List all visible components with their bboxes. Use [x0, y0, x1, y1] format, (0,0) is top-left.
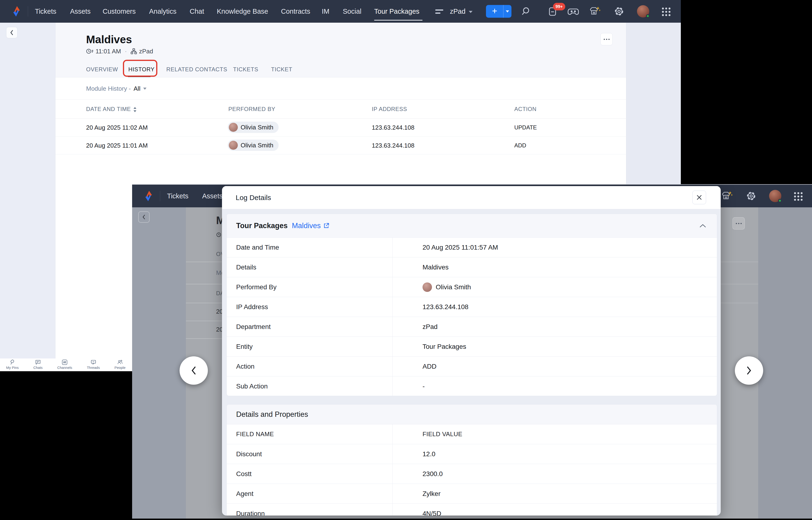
- cell-ip: 123.63.244.108: [372, 136, 415, 154]
- nav-item-assets[interactable]: Assets: [70, 0, 91, 23]
- dimmed-right-panel: [758, 207, 812, 519]
- close-icon: [696, 194, 702, 201]
- plus-icon[interactable]: +: [486, 5, 503, 18]
- col-action: ACTION: [514, 100, 536, 119]
- chat-icon: [35, 359, 41, 365]
- dimmed-divider: [721, 284, 758, 284]
- dimmed-title-fragment: M: [216, 214, 222, 227]
- tab-overview[interactable]: OVERVIEW: [86, 64, 118, 75]
- module-name: Tour Packages: [236, 222, 287, 230]
- cell-action: UPDATE: [514, 119, 537, 136]
- dock-item-chats[interactable]: Chats: [33, 359, 43, 371]
- nav-item-social[interactable]: Social: [343, 0, 361, 23]
- cell-ip: 123.63.244.108: [372, 119, 415, 136]
- modal-close-button[interactable]: [692, 190, 706, 204]
- collapse-section-button[interactable]: [699, 214, 706, 237]
- settings-gear-icon[interactable]: [746, 190, 757, 202]
- log-summary-card: Tour Packages Maldives Date and Time20 A…: [226, 214, 717, 396]
- dock-item-my-pins[interactable]: My Pins: [6, 359, 19, 371]
- nav-item-tickets[interactable]: Tickets: [35, 0, 56, 23]
- app-grid-icon[interactable]: [661, 6, 672, 18]
- col-field-name: FIELD NAME: [227, 424, 393, 444]
- detail-row: IP Address123.63.244.108: [227, 297, 717, 317]
- dimmed-divider: [721, 262, 758, 262]
- avatar: [229, 141, 238, 150]
- user-pill[interactable]: Olivia Smith: [228, 139, 279, 151]
- field-row: Durationn4N/5D: [227, 504, 717, 516]
- department-dropdown[interactable]: zPad: [450, 0, 473, 23]
- nav-item-assets: Assets: [202, 185, 223, 207]
- cell-date: 20 Aug 2025 11:02 AM: [86, 119, 148, 136]
- cell-user: Olivia Smith: [228, 136, 279, 154]
- zoho-desk-logo-icon[interactable]: [10, 5, 23, 18]
- top-navigation-bar: Tickets Assets Customers Analytics Chat …: [0, 0, 681, 23]
- games-icon[interactable]: [568, 6, 579, 17]
- nav-item-contracts[interactable]: Contracts: [281, 0, 310, 23]
- card-header: Tour Packages Maldives: [227, 214, 717, 238]
- settings-gear-icon[interactable]: [613, 6, 625, 17]
- user-avatar[interactable]: [637, 5, 649, 18]
- notifications-icon[interactable]: 99+: [547, 6, 558, 17]
- search-icon[interactable]: [520, 6, 531, 17]
- chevron-right-icon: [746, 366, 752, 375]
- dock-item-threads[interactable]: Threads: [87, 359, 100, 371]
- tab-tickets[interactable]: TICKETS: [233, 64, 258, 75]
- chevron-left-icon: [191, 366, 197, 375]
- nav-item-im[interactable]: IM: [322, 0, 329, 23]
- thread-icon: [91, 359, 96, 365]
- active-tab-underline: [128, 76, 150, 77]
- module-history-dropdown[interactable]: Module History - All: [86, 77, 146, 100]
- col-date-and-time[interactable]: DATE AND TIME: [86, 100, 137, 119]
- tab-ticket[interactable]: TICKET: [271, 64, 292, 75]
- sort-icon[interactable]: [133, 107, 137, 112]
- nav-item-tour-packages[interactable]: Tour Packages: [374, 0, 419, 23]
- table-row[interactable]: 20 Aug 2025 11:02 AM Olivia Smith 123.63…: [55, 119, 626, 136]
- left-sidebar-collapsed: [0, 23, 55, 359]
- nav-item-knowledge-base[interactable]: Knowledge Base: [217, 0, 268, 23]
- chevron-up-icon: [699, 224, 706, 228]
- quick-create-dropdown[interactable]: [503, 5, 511, 18]
- pin-icon: [10, 359, 15, 365]
- modal-title: Log Details: [236, 186, 271, 209]
- dimmed-divider: [186, 262, 222, 262]
- dimmed-divider: [186, 284, 222, 284]
- dimmed-module-fragment: Mo: [216, 269, 222, 277]
- carousel-next-button[interactable]: [735, 356, 763, 385]
- quick-create-button[interactable]: +: [486, 5, 511, 18]
- online-status-dot: [646, 14, 650, 18]
- user-pill[interactable]: Olivia Smith: [228, 122, 279, 133]
- sidebar-collapse-button[interactable]: [6, 27, 18, 38]
- clock-history-icon: [86, 48, 93, 54]
- detail-row: EntityTour Packages: [227, 337, 717, 357]
- chevron-down-icon: [506, 10, 509, 12]
- online-status-dot: [778, 199, 782, 203]
- record-link[interactable]: Maldives: [292, 222, 329, 230]
- nav-item-chat[interactable]: Chat: [190, 0, 204, 23]
- marketplace-icon[interactable]: [721, 190, 733, 202]
- dock-item-people[interactable]: People: [114, 359, 125, 371]
- dimmed-more-actions-button: [732, 217, 745, 230]
- nav-item-tickets: Tickets: [167, 185, 189, 207]
- app-grid-icon[interactable]: [793, 191, 804, 202]
- detail-row: Date and Time20 Aug 2025 11:01:57 AM: [227, 238, 717, 257]
- user-avatar[interactable]: [769, 190, 781, 202]
- nav-item-analytics[interactable]: Analytics: [149, 0, 176, 23]
- nav-divider: [160, 191, 160, 201]
- zoho-desk-logo-icon: [142, 189, 155, 203]
- department-filter-icon[interactable]: [435, 9, 443, 14]
- dock-item-channels[interactable]: Channels: [57, 359, 72, 371]
- field-row: AgentZylker: [227, 484, 717, 504]
- more-actions-button[interactable]: [600, 33, 613, 45]
- carousel-previous-button[interactable]: [179, 356, 208, 385]
- nav-item-customers[interactable]: Customers: [103, 0, 136, 23]
- notification-badge: 99+: [553, 3, 565, 10]
- cell-user: Olivia Smith: [228, 119, 279, 136]
- field-row: Discount12.0: [227, 444, 717, 464]
- col-performed-by: PERFORMED BY: [228, 100, 275, 119]
- people-icon: [117, 359, 123, 365]
- marketplace-icon[interactable]: [589, 6, 600, 17]
- table-row[interactable]: 20 Aug 2025 11:01 AM Olivia Smith 123.63…: [55, 136, 626, 154]
- dimmed-divider: [186, 303, 222, 303]
- tab-related-contacts[interactable]: RELATED CONTACTS: [166, 64, 227, 75]
- tab-history[interactable]: HISTORY: [128, 64, 155, 75]
